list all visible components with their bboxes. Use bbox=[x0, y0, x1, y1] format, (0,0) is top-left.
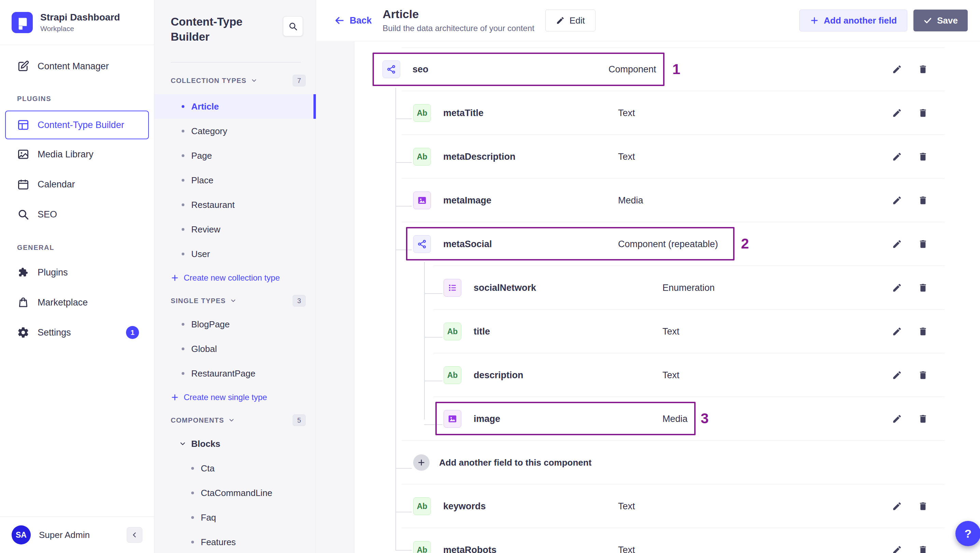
field-row-image: image Media bbox=[355, 397, 980, 441]
single-type-restaurantpage[interactable]: RestaurantPage bbox=[154, 361, 316, 386]
single-type-blogpage[interactable]: BlogPage bbox=[154, 312, 316, 337]
settings-notification-badge: 1 bbox=[126, 326, 139, 339]
field-type: Text bbox=[618, 152, 635, 162]
create-single-type-link[interactable]: Create new single type bbox=[154, 386, 316, 409]
group-label: SINGLE TYPES bbox=[171, 297, 226, 305]
edit-field-button[interactable] bbox=[892, 413, 903, 424]
delete-field-button[interactable] bbox=[918, 64, 929, 75]
plus-icon bbox=[171, 274, 179, 282]
delete-field-button[interactable] bbox=[918, 151, 929, 162]
delete-field-button[interactable] bbox=[918, 282, 929, 293]
delete-field-button[interactable] bbox=[918, 238, 929, 249]
sidebar-footer: SA Super Admin bbox=[0, 516, 154, 553]
single-types-header[interactable]: SINGLE TYPES 3 bbox=[154, 289, 316, 312]
field-type: Enumeration bbox=[662, 283, 715, 293]
delete-field-button[interactable] bbox=[918, 195, 929, 206]
sidebar-item-content-manager[interactable]: Content Manager bbox=[0, 51, 154, 81]
pencil-icon bbox=[892, 414, 902, 424]
trash-icon bbox=[918, 326, 928, 337]
single-type-global[interactable]: Global bbox=[154, 337, 316, 361]
sidebar-item-content-type-builder[interactable]: Content-Type Builder bbox=[5, 111, 149, 139]
component-cta[interactable]: Cta bbox=[154, 456, 316, 481]
workspace-name: Workplace bbox=[40, 25, 120, 33]
type-label: Cta bbox=[201, 463, 215, 474]
bullet-icon bbox=[182, 154, 185, 157]
brand: Strapi Dashboard Workplace bbox=[0, 0, 154, 45]
edit-field-button[interactable] bbox=[892, 326, 903, 337]
pen-square-icon bbox=[17, 60, 29, 72]
type-label: RestaurantPage bbox=[191, 368, 255, 379]
edit-field-button[interactable] bbox=[892, 501, 903, 512]
text-field-icon: Ab bbox=[444, 366, 461, 384]
shopping-bag-icon bbox=[17, 296, 29, 308]
edit-field-button[interactable] bbox=[892, 108, 903, 118]
component-ctacommandline[interactable]: CtaCommandLine bbox=[154, 481, 316, 505]
sidebar-item-calendar[interactable]: Calendar bbox=[0, 169, 154, 199]
sidebar-item-plugins[interactable]: Plugins bbox=[0, 257, 154, 288]
delete-field-button[interactable] bbox=[918, 370, 929, 381]
sidebar-item-media-library[interactable]: Media Library bbox=[0, 139, 154, 169]
pencil-icon bbox=[892, 283, 902, 293]
edit-field-button[interactable] bbox=[892, 64, 903, 75]
collapse-sidebar-button[interactable] bbox=[127, 527, 142, 543]
edit-field-button[interactable] bbox=[892, 282, 903, 293]
search-icon bbox=[17, 208, 29, 221]
edit-field-button[interactable] bbox=[892, 545, 903, 553]
edit-button[interactable]: Edit bbox=[545, 10, 595, 32]
pencil-icon bbox=[892, 370, 902, 380]
edit-field-button[interactable] bbox=[892, 151, 903, 162]
add-another-field-button[interactable]: Add another field bbox=[799, 10, 907, 32]
media-field-icon bbox=[444, 410, 461, 428]
trash-icon bbox=[918, 283, 928, 293]
back-button[interactable]: Back bbox=[334, 15, 372, 26]
user-avatar[interactable]: SA bbox=[12, 525, 31, 545]
field-row-metarobots: Ab metaRobots Text bbox=[355, 528, 980, 553]
bullet-icon bbox=[191, 541, 194, 543]
field-name: socialNetwork bbox=[474, 283, 536, 293]
delete-field-button[interactable] bbox=[918, 545, 929, 553]
category-label: Blocks bbox=[191, 439, 220, 449]
add-field-to-component-row[interactable]: Add another field to this component bbox=[355, 441, 980, 485]
plus-icon bbox=[810, 16, 819, 25]
text-field-icon: Ab bbox=[413, 148, 431, 165]
bullet-icon bbox=[182, 348, 185, 350]
bullet-icon bbox=[191, 467, 194, 470]
component-features[interactable]: Features bbox=[154, 530, 316, 553]
delete-field-button[interactable] bbox=[918, 501, 929, 512]
components-header[interactable]: COMPONENTS 5 bbox=[154, 409, 316, 431]
component-category-blocks[interactable]: Blocks bbox=[154, 431, 316, 456]
type-label: Article bbox=[191, 102, 219, 112]
sidebar-item-marketplace[interactable]: Marketplace bbox=[0, 288, 154, 318]
delete-field-button[interactable] bbox=[918, 413, 929, 424]
sidebar-item-seo[interactable]: SEO bbox=[0, 199, 154, 229]
collection-type-restaurant[interactable]: Restaurant bbox=[154, 192, 316, 217]
type-label: Page bbox=[191, 151, 212, 161]
search-types-button[interactable] bbox=[283, 16, 303, 36]
edit-field-button[interactable] bbox=[892, 370, 903, 381]
sidebar-item-settings[interactable]: Settings 1 bbox=[0, 318, 154, 348]
collection-type-article[interactable]: Article bbox=[154, 94, 316, 119]
delete-field-button[interactable] bbox=[918, 326, 929, 337]
collection-type-user[interactable]: User bbox=[154, 242, 316, 266]
collection-type-review[interactable]: Review bbox=[154, 217, 316, 242]
delete-field-button[interactable] bbox=[918, 108, 929, 118]
trash-icon bbox=[918, 152, 928, 162]
edit-field-button[interactable] bbox=[892, 195, 903, 206]
field-type: Text bbox=[662, 370, 679, 381]
page-subtitle: Build the data architecture of your cont… bbox=[383, 24, 535, 33]
create-collection-type-link[interactable]: Create new collection type bbox=[154, 266, 316, 289]
collection-type-category[interactable]: Category bbox=[154, 119, 316, 143]
collection-type-place[interactable]: Place bbox=[154, 168, 316, 192]
text-field-icon: Ab bbox=[413, 541, 431, 553]
field-rows: seo Component Ab metaTitle Text bbox=[355, 48, 980, 553]
collection-type-page[interactable]: Page bbox=[154, 143, 316, 168]
chevron-down-icon bbox=[230, 297, 237, 304]
trash-icon bbox=[918, 195, 928, 205]
component-faq[interactable]: Faq bbox=[154, 505, 316, 530]
collection-types-header[interactable]: COLLECTION TYPES 7 bbox=[154, 67, 316, 94]
picture-icon bbox=[17, 148, 29, 160]
save-button[interactable]: Save bbox=[913, 10, 968, 32]
trash-icon bbox=[918, 545, 928, 553]
edit-field-button[interactable] bbox=[892, 238, 903, 249]
help-button[interactable]: ? bbox=[955, 521, 980, 546]
